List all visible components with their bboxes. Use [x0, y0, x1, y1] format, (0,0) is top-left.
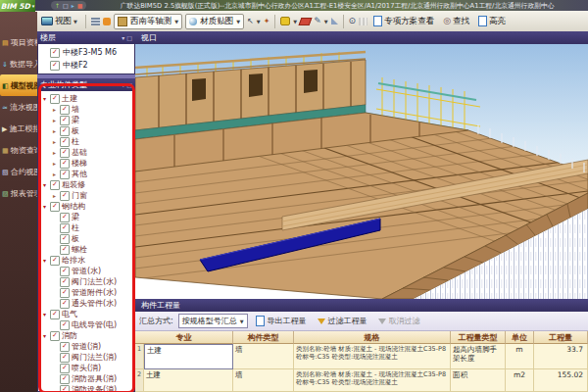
column-header[interactable]: 专业: [135, 331, 233, 344]
checkbox-icon[interactable]: [60, 299, 70, 309]
expander-icon[interactable]: [41, 95, 48, 102]
cell-component-type[interactable]: 墙: [233, 369, 294, 392]
expander-icon[interactable]: [41, 311, 48, 318]
column-header[interactable]: 单位: [506, 331, 534, 344]
expander-icon[interactable]: [51, 127, 58, 134]
checkbox-icon[interactable]: [60, 126, 70, 136]
view-button[interactable]: 视图 ▼: [38, 15, 80, 28]
sidebar-tab[interactable]: 报表管理: [0, 182, 37, 204]
checkbox-icon[interactable]: [60, 213, 70, 222]
column-header[interactable]: 工程量类型: [451, 331, 506, 344]
expander-icon[interactable]: [51, 117, 58, 123]
summary-mode-select[interactable]: 按规格型号汇总 ▼: [178, 314, 248, 328]
tree-item[interactable]: 其他: [38, 169, 134, 179]
sidebar-tab[interactable]: 流水视图: [0, 96, 37, 118]
checkbox-icon[interactable]: [50, 310, 60, 319]
tree-item[interactable]: 消防设备(消): [38, 384, 134, 392]
cancel-filter-button[interactable]: 取消过滤: [375, 315, 423, 327]
checkbox-icon[interactable]: [60, 267, 70, 276]
sidebar-tab[interactable]: 合约视图: [0, 161, 37, 182]
redo-icon[interactable]: ■: [77, 3, 83, 9]
select-cursor-icon[interactable]: ↖: [247, 17, 254, 25]
floor-item[interactable]: 中楼F2: [38, 59, 134, 72]
expander-icon[interactable]: [51, 149, 58, 156]
checkbox-icon[interactable]: [60, 364, 70, 373]
column-header[interactable]: 构件类型: [233, 331, 294, 344]
tree-item[interactable]: 梁: [38, 115, 134, 125]
tree-item[interactable]: 梁: [38, 212, 134, 222]
checkbox-icon[interactable]: [50, 94, 60, 104]
tree-item[interactable]: 钢结构: [38, 201, 134, 212]
cell-component-type[interactable]: 墙: [233, 344, 294, 369]
viewport-3d[interactable]: [135, 44, 588, 299]
walkthrough-icon[interactable]: ✦: [264, 17, 270, 25]
checkbox-icon[interactable]: [60, 385, 70, 392]
filter-quantity-button[interactable]: 过滤工程量: [315, 315, 370, 327]
tree-item[interactable]: 喷头(消): [38, 363, 134, 373]
tree-item[interactable]: 柱: [38, 222, 134, 233]
tree-item[interactable]: 电线导管(电): [38, 319, 134, 330]
expander-icon[interactable]: [41, 203, 48, 210]
layers-icon[interactable]: [91, 18, 100, 25]
expander-icon[interactable]: [51, 106, 58, 113]
checkbox-icon[interactable]: [50, 256, 60, 266]
tree-item[interactable]: 板: [38, 233, 134, 244]
export-quantity-button[interactable]: 导出工程量: [253, 315, 310, 327]
cell-unit[interactable]: m: [506, 344, 534, 369]
checkbox-icon[interactable]: [60, 245, 70, 255]
column-header[interactable]: 规格: [294, 331, 451, 344]
tree-item[interactable]: 楼梯: [38, 158, 134, 169]
tree-item[interactable]: 基础: [38, 147, 134, 158]
checkbox-icon[interactable]: [60, 234, 70, 244]
checkbox-icon[interactable]: [60, 223, 70, 233]
checkbox-icon[interactable]: [50, 202, 60, 212]
checkbox-icon[interactable]: [60, 137, 70, 147]
viewport-tab[interactable]: 视口: [135, 31, 588, 44]
tree-item[interactable]: 柱: [38, 136, 134, 147]
tree-item[interactable]: 消防器具(消): [38, 373, 134, 384]
collapse-icon[interactable]: ▾: [122, 34, 124, 41]
home-icon[interactable]: ↑: [55, 3, 60, 9]
tree-item[interactable]: 土建: [38, 93, 134, 104]
cell-quantity[interactable]: 155.02: [534, 369, 588, 392]
expander-icon[interactable]: [51, 160, 58, 167]
app-logo[interactable]: BIM 5D ▾: [0, 0, 35, 12]
save-icon[interactable]: □: [63, 3, 69, 9]
checkbox-icon[interactable]: [50, 48, 60, 58]
viewport-3d-model[interactable]: [135, 44, 588, 299]
tree-item[interactable]: 管道附件(水): [38, 287, 134, 298]
zoom-document-icon[interactable]: ⊙: [349, 17, 357, 25]
sidebar-tab[interactable]: 项目资料: [0, 31, 37, 53]
checkbox-icon[interactable]: [60, 342, 70, 352]
cell-major[interactable]: 土建: [144, 369, 233, 392]
checkbox-icon[interactable]: [60, 159, 70, 169]
cell-major[interactable]: 土建: [144, 344, 233, 369]
checkbox-icon[interactable]: [50, 331, 60, 341]
floor-item[interactable]: 中楼F3-M5 M6: [38, 46, 134, 59]
panel-menu-icon[interactable]: □: [126, 81, 132, 88]
pen-icon[interactable]: ✎: [314, 17, 321, 25]
checkbox-icon[interactable]: [60, 116, 70, 125]
sidebar-tab[interactable]: 物资查询: [0, 139, 37, 161]
tree-item[interactable]: 板: [38, 125, 134, 136]
collapse-icon[interactable]: ▾: [122, 81, 124, 88]
cell-unit[interactable]: m2: [506, 369, 534, 392]
checkbox-icon[interactable]: [60, 288, 70, 298]
tree-item[interactable]: 门窗: [38, 190, 134, 201]
set-square-icon[interactable]: [331, 18, 338, 24]
special-plan-button[interactable]: 专项方案查看: [370, 15, 437, 28]
expander-icon[interactable]: [41, 332, 48, 339]
tree-item[interactable]: 通头管件(水): [38, 298, 134, 309]
checkbox-icon[interactable]: [50, 61, 60, 71]
checkbox-icon[interactable]: [60, 170, 70, 179]
checkbox-icon[interactable]: [60, 277, 70, 287]
tree-item[interactable]: 电气: [38, 309, 134, 319]
compass-icon[interactable]: [103, 18, 111, 25]
cell-quantity-type[interactable]: 面积: [451, 369, 506, 392]
expander-icon[interactable]: [51, 192, 58, 199]
sidebar-tab[interactable]: 模型视图: [0, 74, 37, 96]
checkbox-icon[interactable]: [60, 374, 70, 384]
measure-tape-icon[interactable]: [280, 17, 290, 25]
tree-item[interactable]: 给排水: [38, 255, 134, 266]
column-header[interactable]: 工程量: [534, 331, 588, 344]
